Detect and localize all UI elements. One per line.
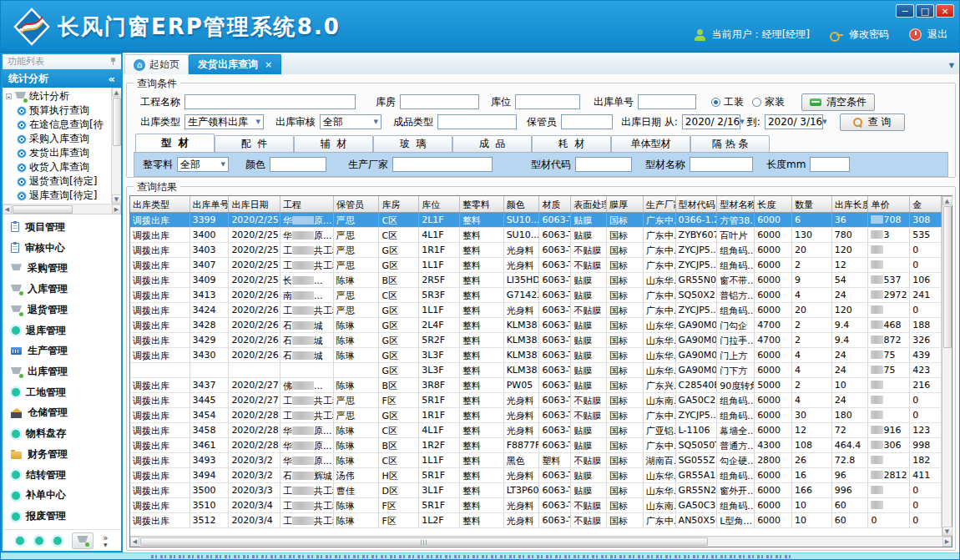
table-row[interactable]: 调拨出库33992020/2/25华原...严思C区2L1F整料SU10...6…	[130, 213, 942, 228]
material-tab-隔热条[interactable]: 隔 热 条	[690, 135, 770, 152]
search-button[interactable]: 查 询	[840, 114, 905, 131]
minimize-button[interactable]: −	[896, 4, 914, 18]
table-row[interactable]: 调拨出库34292020/2/26石城陈琳G区5R2F整料KLM38176063…	[130, 333, 942, 348]
maker-input[interactable]	[392, 157, 493, 172]
table-row[interactable]: 调拨出库34242020/2/26工共工程严思G区1L1F整料光身料6063-T…	[130, 303, 942, 318]
column-header[interactable]: 整零料	[460, 196, 504, 212]
sidebar-group-生产管理[interactable]: 生产管理	[3, 341, 121, 361]
profile-name-input[interactable]	[690, 157, 753, 172]
tree-item[interactable]: 在途信息查询[待	[6, 118, 111, 132]
sidebar-group-退库管理[interactable]: 退库管理	[3, 320, 121, 341]
sidebar-group-审核中心[interactable]: 审核中心	[3, 238, 121, 259]
logout-link[interactable]: 退出	[927, 28, 947, 42]
project-name-input[interactable]	[184, 94, 356, 109]
tab-outbound-query[interactable]: 发货出库查询 ×	[189, 54, 281, 74]
length-input[interactable]	[810, 157, 850, 172]
tab-overflow-dropdown-icon[interactable]: ▼	[949, 62, 954, 69]
column-header[interactable]: 工程	[280, 196, 334, 212]
tree-item[interactable]: 退库查询[待定]	[6, 189, 111, 203]
keeper-input[interactable]	[561, 114, 613, 129]
column-header[interactable]: 型材名称	[717, 196, 755, 212]
whole-part-select[interactable]: 全部▼	[177, 157, 229, 172]
tab-home[interactable]: ⌂ 起始页	[124, 54, 189, 74]
sidebar-group-报废管理[interactable]: 报废管理	[3, 506, 121, 527]
material-tab-玻璃[interactable]: 玻 璃	[373, 135, 452, 152]
order-no-input[interactable]	[638, 94, 696, 109]
column-header[interactable]: 库位	[419, 196, 460, 212]
date-to-picker[interactable]: 2020/ 3/16▼	[765, 114, 823, 129]
column-header[interactable]: 单价	[868, 196, 910, 212]
table-row[interactable]: 调拨出库34092020/2/25长...陈琳B区2R5F整料LI35HD606…	[130, 273, 942, 288]
tree-vertical-scrollbar[interactable]: ▲ ▼	[111, 88, 121, 204]
tree-item[interactable]: 预算执行查询	[6, 103, 111, 118]
column-header[interactable]: 出库日期	[229, 196, 280, 212]
column-header[interactable]: 金	[910, 196, 942, 212]
table-row[interactable]: 调拨出库34582020/2/28华原...陈琳C区4L1F整料光身料6063-…	[130, 423, 942, 438]
tree-item[interactable]: 发货出库查询	[6, 146, 111, 160]
sidebar-group-补单中心[interactable]: 补单中心	[3, 486, 121, 507]
column-header[interactable]: 生产厂家	[644, 196, 676, 212]
collapse-icon[interactable]: «	[109, 73, 115, 85]
table-row[interactable]: 调拨出库34002020/2/25华原...严思C区4L1F整料SU10...6…	[130, 228, 942, 243]
column-header[interactable]: 保管员	[334, 196, 380, 212]
audit-select[interactable]: 全部▼	[320, 114, 381, 129]
table-row[interactable]: 调拨出库34072020/2/25工共工程严思G区1L1F整料光身料6063-T…	[130, 258, 942, 273]
group-dot-icon[interactable]	[16, 537, 24, 545]
sidebar-group-项目管理[interactable]: 项目管理	[3, 217, 121, 238]
pin-icon[interactable]	[110, 58, 116, 65]
table-row[interactable]: 调拨出库34302020/2/26石城陈琳G区3L3F整料KLM38176063…	[130, 348, 942, 363]
radio-jiazhuang[interactable]	[752, 98, 761, 107]
outbound-type-select[interactable]: 生产领料出库▼	[184, 114, 264, 129]
column-header[interactable]: 表面处理	[571, 196, 607, 212]
sidebar-group-仓储管理[interactable]: 仓储管理	[3, 403, 121, 424]
tree-root-statistics[interactable]: 统计分析	[6, 89, 111, 103]
room-input[interactable]	[400, 94, 479, 109]
table-row[interactable]: 调拨出库35102020/3/4工共工程陈琳F区5R1F整料光身料6063-T5…	[130, 498, 942, 513]
sidebar-group-入库管理[interactable]: 入库管理	[3, 279, 121, 300]
tree-expand-icon[interactable]	[6, 93, 12, 99]
table-row[interactable]: 调拨出库34612020/2/28华原...陈琳B区1R2F整料F8877FT6…	[130, 438, 942, 453]
change-password-link[interactable]: 修改密码	[849, 28, 889, 42]
column-header[interactable]: 材质	[539, 196, 571, 212]
table-row[interactable]: 调拨出库34282020/2/26石城陈琳G区2L4F整料KLM38176063…	[130, 318, 942, 333]
date-from-picker[interactable]: 2020/ 2/16▼	[682, 114, 740, 129]
cart-shortcut-button[interactable]	[72, 532, 93, 549]
table-row[interactable]: 调拨出库34942020/3/2石辉城汤伟H区5R1F整料光身料6063-T5贴…	[130, 468, 942, 483]
sidebar-group-工地管理[interactable]: 工地管理	[3, 382, 121, 403]
location-input[interactable]	[515, 94, 580, 109]
column-header[interactable]: 出库长度	[832, 196, 869, 212]
tab-close-icon[interactable]: ×	[265, 59, 272, 70]
column-header[interactable]: 型材代码	[676, 196, 718, 212]
radio-gongzhuang[interactable]	[711, 98, 720, 107]
material-tab-成品[interactable]: 成 品	[452, 135, 532, 152]
sidebar-group-退货管理[interactable]: 退货管理	[3, 300, 121, 320]
table-row[interactable]: 调拨出库34542020/2/28工共工程严思G区1R1F整料光身料6063-T…	[130, 408, 942, 423]
material-tab-耗材[interactable]: 耗 材	[532, 135, 611, 152]
group-dot-icon[interactable]	[53, 537, 62, 545]
material-tab-辅材[interactable]: 辅 材	[294, 135, 373, 152]
table-row[interactable]: 调拨出库34132020/2/26南...严思C区5R3F整料G71422606…	[130, 288, 942, 303]
sidebar-group-采购管理[interactable]: 采购管理	[3, 258, 121, 279]
material-tab-单体型材[interactable]: 单体型材	[611, 135, 690, 152]
column-header[interactable]: 出库单号	[190, 196, 230, 212]
section-bar-statistics[interactable]: 统计分析 «	[3, 69, 121, 88]
expand-more-button[interactable]: » ▼	[103, 534, 108, 547]
product-type-input[interactable]	[437, 114, 517, 129]
column-header[interactable]: 颜色	[504, 196, 540, 212]
maximize-button[interactable]: □	[916, 4, 934, 18]
table-row[interactable]: 调拨出库35002020/3/3工共工程曹佳D区3L1F整料LT3P606063…	[130, 483, 942, 498]
clear-conditions-button[interactable]: 清空条件	[801, 93, 875, 111]
tree-item[interactable]: 收货入库查询	[6, 160, 111, 174]
column-header[interactable]: 出库类型	[130, 196, 190, 212]
color-input[interactable]	[270, 157, 326, 172]
table-row[interactable]: 调拨出库34932020/3/2华原...陈琳C区1L1F整料黑色塑料不贴膜国标…	[130, 453, 942, 468]
column-header[interactable]: 数量	[792, 196, 832, 212]
table-row[interactable]: 调拨出库35122020/3/4工共工程陈琳F区1L2F整料光身料6063-T5…	[130, 513, 942, 528]
close-button[interactable]: ×	[936, 4, 954, 18]
material-tab-配件[interactable]: 配 件	[215, 135, 294, 152]
tree-item[interactable]: 退货查询[待定]	[6, 174, 111, 189]
sidebar-group-财务管理[interactable]: 财务管理	[3, 444, 121, 465]
table-horizontal-scrollbar[interactable]: ◀ ▶	[130, 536, 952, 547]
table-row[interactable]: 调拨出库34452020/2/27工共工程严思F区5R1F整料光身料6063-T…	[130, 393, 942, 408]
tree-horizontal-scrollbar[interactable]: ◀ ▶	[3, 204, 121, 214]
